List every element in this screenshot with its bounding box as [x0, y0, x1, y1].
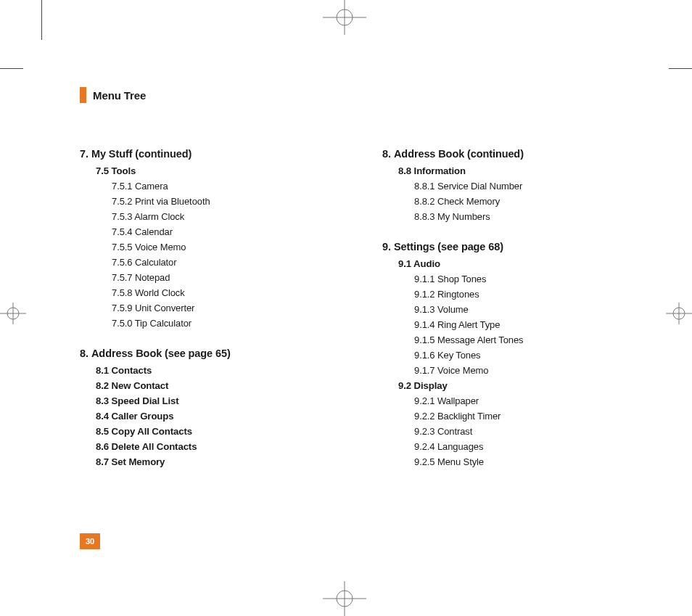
section-heading: 9. Settings (see page 68)	[382, 241, 641, 252]
section-title: Settings (see page 68)	[394, 241, 503, 252]
section-address-book-continued: 8. Address Book (continued) 8.8 Informat…	[382, 148, 641, 222]
section-title: Address Book (see page 65)	[91, 348, 231, 359]
section-title: Address Book (continued)	[394, 148, 524, 160]
subsection-heading: 7.5 Tools	[96, 165, 339, 176]
section-my-stuff: 7. My Stuff (continued) 7.5 Tools 7.5.1 …	[80, 148, 339, 329]
svg-point-11	[673, 308, 685, 319]
right-column: 8. Address Book (continued) 8.8 Informat…	[382, 148, 641, 486]
left-column: 7. My Stuff (continued) 7.5 Tools 7.5.1 …	[80, 148, 339, 486]
page-header: Menu Tree	[80, 87, 641, 103]
menu-item: 7.5.6 Calculator	[112, 257, 339, 268]
menu-item: 7.5.2 Print via Bluetooth	[112, 196, 339, 207]
section-number: 9.	[382, 241, 394, 252]
menu-item: 7.5.0 Tip Calculator	[112, 318, 339, 329]
menu-item: 9.1.2 Ringtones	[414, 289, 641, 300]
menu-item: 8.8.2 Check Memory	[414, 196, 641, 207]
section-number: 7.	[80, 148, 91, 160]
svg-point-2	[337, 9, 353, 25]
subsection-heading: 8.5 Copy All Contacts	[96, 426, 339, 437]
menu-item: 9.1.3 Volume	[414, 304, 641, 315]
section-address-book: 8. Address Book (see page 65) 8.1 Contac…	[80, 348, 339, 467]
section-title: My Stuff (continued)	[91, 148, 191, 160]
menu-item: 7.5.5 Voice Memo	[112, 242, 339, 252]
menu-item: 9.1.6 Key Tones	[414, 350, 641, 361]
section-heading: 8. Address Book (continued)	[382, 148, 641, 160]
section-number: 8.	[382, 148, 394, 160]
page-number: 30	[80, 533, 100, 549]
subsection-heading: 8.3 Speed Dial List	[96, 395, 339, 406]
menu-item: 7.5.3 Alarm Clock	[112, 211, 339, 222]
menu-item: 7.5.1 Camera	[112, 181, 339, 192]
menu-item: 9.1.7 Voice Memo	[414, 365, 641, 376]
subsection-heading: 9.1 Audio	[398, 258, 641, 269]
menu-item: 9.2.5 Menu Style	[414, 456, 641, 467]
accent-bar	[80, 87, 86, 103]
menu-item: 9.1.1 Shop Tones	[414, 274, 641, 284]
svg-point-8	[7, 308, 19, 319]
menu-item: 9.2.4 Languages	[414, 441, 641, 452]
registration-mark-icon	[0, 300, 26, 327]
registration-mark-icon	[312, 581, 377, 616]
menu-item: 8.8.3 My Numbers	[414, 211, 641, 222]
section-settings: 9. Settings (see page 68) 9.1 Audio 9.1.…	[382, 241, 641, 467]
menu-item: 9.2.2 Backlight Timer	[414, 411, 641, 422]
registration-mark-icon	[312, 0, 377, 35]
subsection-heading: 8.7 Set Memory	[96, 456, 339, 467]
svg-point-5	[337, 591, 353, 607]
subsection-heading: 8.1 Contacts	[96, 365, 339, 376]
menu-item: 7.5.8 World Clock	[112, 287, 339, 298]
section-heading: 8. Address Book (see page 65)	[80, 348, 339, 359]
section-number: 8.	[80, 348, 91, 359]
menu-item: 9.2.1 Wallpaper	[414, 395, 641, 406]
page-title: Menu Tree	[93, 89, 146, 102]
registration-mark-icon	[666, 300, 692, 327]
menu-item: 7.5.4 Calendar	[112, 226, 339, 237]
menu-item: 9.2.3 Contrast	[414, 426, 641, 437]
menu-item: 8.8.1 Service Dial Number	[414, 181, 641, 192]
subsection-heading: 8.4 Caller Groups	[96, 411, 339, 422]
subsection-heading: 8.6 Delete All Contacts	[96, 441, 339, 452]
menu-item: 7.5.7 Notepad	[112, 272, 339, 283]
crop-mark	[0, 68, 23, 69]
subsection-heading: 9.2 Display	[398, 380, 641, 391]
crop-mark	[669, 68, 692, 69]
page-content: Menu Tree 7. My Stuff (continued) 7.5 To…	[80, 87, 641, 543]
subsection-heading: 8.2 New Contact	[96, 380, 339, 391]
menu-item: 9.1.5 Message Alert Tones	[414, 334, 641, 345]
menu-item: 9.1.4 Ring Alert Type	[414, 319, 641, 330]
menu-item: 7.5.9 Unit Converter	[112, 303, 339, 313]
section-heading: 7. My Stuff (continued)	[80, 148, 339, 160]
subsection-heading: 8.8 Information	[398, 165, 641, 176]
crop-mark	[41, 0, 42, 40]
